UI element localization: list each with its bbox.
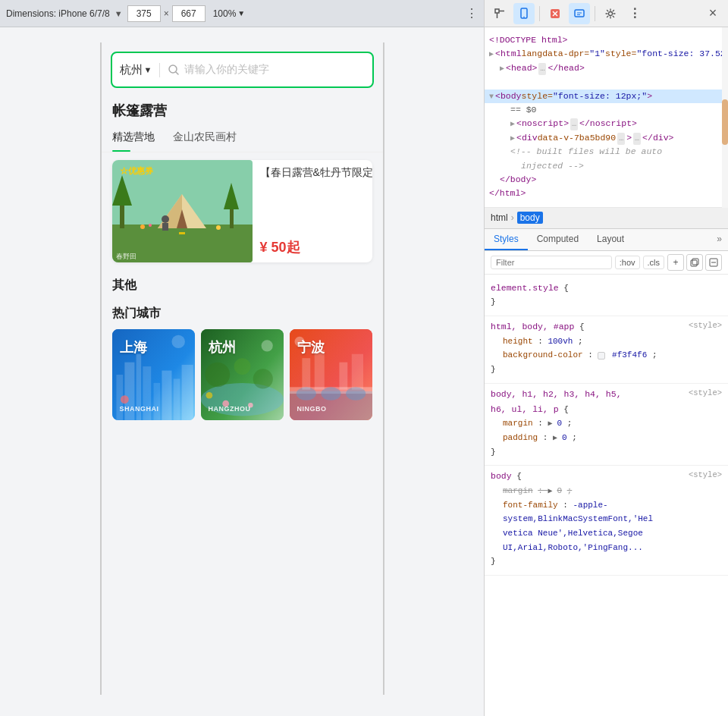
svg-point-28	[171, 335, 184, 348]
gear-icon	[604, 8, 617, 20]
svg-point-61	[609, 11, 613, 15]
code-scrollbar-thumb[interactable]	[722, 99, 728, 145]
svg-rect-47	[339, 363, 347, 390]
size-inputs: ×	[127, 5, 206, 22]
city-selector[interactable]: 杭州 ▼	[120, 63, 161, 77]
html-tag-line: ▶ <html lang data-dpr="1" style="font-si…	[489, 47, 723, 61]
svg-text:春野田: 春野田	[116, 253, 136, 260]
svg-rect-26	[173, 378, 180, 420]
red-x-icon	[549, 8, 561, 20]
tab-more[interactable]: »	[711, 229, 728, 250]
expand-icon	[709, 258, 718, 267]
breadcrumb-body[interactable]: body	[517, 212, 543, 224]
svg-point-16	[216, 225, 221, 230]
styles-tabs: Styles Computed Layout »	[485, 229, 728, 251]
hot-cities-section: 热门城市	[102, 301, 383, 420]
chat-icon	[573, 8, 585, 20]
svg-point-32	[205, 363, 230, 388]
devtools-toolbar: ⋮ ×	[485, 0, 728, 27]
city-name-cn-hangzhou: 杭州	[209, 338, 236, 356]
devtools-panel: ⋮ × <!DOCTYPE html> ▶ <html lang data-dp…	[484, 0, 728, 716]
city-name-en-hangzhou: HANGZHOU	[209, 405, 251, 413]
inspect-icon	[494, 8, 506, 20]
tab-other-camps[interactable]: 金山农民画村	[173, 124, 249, 152]
expand-styles-btn[interactable]	[705, 254, 722, 271]
tab-computed[interactable]: Computed	[528, 229, 588, 250]
svg-line-1	[176, 72, 178, 74]
svg-point-11	[162, 215, 169, 223]
listing-card[interactable]: ☆优惠券 春野田 【春日露营&牡丹节限定】上海金山廊下湖畔营地套... ¥ 50…	[112, 160, 372, 262]
html-close-line: </html>	[489, 187, 723, 200]
listing-title: 【春日露营&牡丹节限定】上海金山廊下湖畔营地套...	[260, 166, 372, 180]
listing-price-row: ¥ 50起 上海	[260, 238, 372, 256]
zoom-selector[interactable]: 100% ▼	[213, 8, 246, 19]
city-name-cn-shanghai: 上海	[120, 338, 147, 356]
copy-icon	[690, 258, 699, 267]
css-close-brace-3: }	[491, 445, 722, 460]
hov-button[interactable]: :hov	[615, 256, 640, 269]
cls-button[interactable]: .cls	[643, 256, 665, 269]
search-placeholder: 请输入你的关键字	[184, 63, 269, 77]
css-selector-row-body: <style> body {	[491, 469, 722, 484]
svg-rect-4	[120, 202, 124, 228]
overflow-menu-btn[interactable]: ⋮	[624, 3, 645, 24]
city-card-shanghai[interactable]: 上海 SHANGHAI	[112, 329, 195, 420]
city-card-ningbo[interactable]: 宁波 NINGBO	[290, 329, 372, 420]
code-scrollbar-track[interactable]	[722, 27, 728, 208]
city-name: 杭州	[120, 63, 143, 77]
search-input-area[interactable]: 请输入你的关键字	[160, 63, 364, 77]
css-rule-body: <style> body { margin : ▶ 0 ; font-famil…	[485, 466, 728, 576]
color-swatch-bg	[598, 352, 605, 360]
city-card-hangzhou[interactable]: 杭州 HANGZHOU	[201, 329, 284, 420]
toolbar-separator-1	[539, 6, 540, 21]
search-bar[interactable]: 杭州 ▼ 请输入你的关键字	[111, 52, 374, 88]
filter-input[interactable]	[491, 256, 612, 269]
devtools-code-area: <!DOCTYPE html> ▶ <html lang data-dpr="1…	[485, 27, 728, 208]
svg-point-33	[253, 369, 272, 388]
svg-rect-63	[692, 259, 698, 265]
css-selector-row-2b: h6, ul, li, p {	[491, 402, 722, 417]
css-prop-bg-color: background-color : #f3f4f6 ;	[491, 348, 722, 363]
add-style-btn[interactable]: +	[667, 254, 684, 271]
svg-rect-48	[351, 354, 362, 390]
tab-layout[interactable]: Layout	[588, 229, 633, 250]
inspect-element-btn[interactable]	[489, 3, 510, 24]
device-icon	[518, 8, 530, 20]
css-prop-font-family: font-family : -apple-system,BlinkMacSyst…	[491, 498, 722, 526]
hot-cities-title: 热门城市	[102, 301, 383, 329]
svg-rect-62	[691, 260, 697, 266]
dollar-line: == $0	[489, 103, 723, 117]
comment-line-2: injected -->	[489, 159, 723, 173]
mobile-screen: 杭州 ▼ 请输入你的关键字 帐篷露营 精选营地 金山农民画村	[100, 42, 384, 695]
css-prop-padding-0: padding : ▶ 0 ;	[491, 431, 722, 445]
breadcrumb-bar: html › body	[485, 208, 728, 229]
city-name-en-shanghai: SHANGHAI	[120, 405, 159, 413]
noscript-line: ▶ <noscript> … </noscript>	[489, 117, 723, 130]
body-close-line: </body>	[489, 173, 723, 187]
listing-image: ☆优惠券 春野田	[112, 160, 253, 262]
tabs-container: 精选营地 金山农民画村	[102, 124, 383, 152]
messages-btn[interactable]	[569, 3, 590, 24]
css-selector-row-2: <style> body, h1, h2, h3, h4, h5,	[491, 387, 722, 402]
body-tag-line[interactable]: ▼ <body style="font-size: 12px;" >	[485, 90, 728, 103]
css-rule-html-body-app: <style> html, body, #app { height : 100v…	[485, 316, 728, 384]
close-recording-btn[interactable]	[544, 3, 566, 24]
city-name-en-ningbo: NINGBO	[297, 405, 327, 413]
copy-styles-btn[interactable]	[686, 254, 703, 271]
css-selector-row-1: <style> html, body, #app {	[491, 319, 722, 334]
devtools-close-btn[interactable]: ×	[702, 3, 723, 24]
width-input[interactable]	[127, 5, 161, 22]
settings-btn[interactable]	[600, 3, 621, 24]
height-input[interactable]	[172, 5, 206, 22]
breadcrumb-html[interactable]: html	[491, 212, 508, 223]
device-toolbar-btn[interactable]	[513, 3, 535, 24]
tab-styles[interactable]: Styles	[485, 229, 528, 250]
dimensions-dropdown-icon[interactable]: ▼	[115, 9, 123, 18]
toolbar-more-icon[interactable]: ⋮	[466, 6, 478, 20]
svg-rect-25	[162, 371, 171, 420]
camping-section-title: 帐篷露营	[102, 94, 383, 124]
head-line: ▶ <head> … </head>	[489, 61, 723, 75]
tab-selected-camps[interactable]: 精选营地	[112, 124, 167, 152]
css-close-brace-4: }	[491, 554, 722, 569]
listing-image-container: ☆优惠券 春野田	[112, 160, 253, 262]
